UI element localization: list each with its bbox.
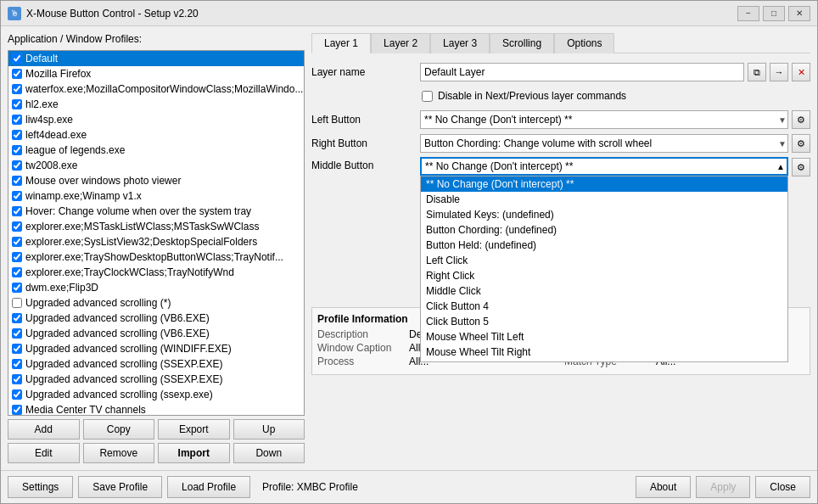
profile-item[interactable]: Mozilla Firefox (8, 66, 304, 81)
dropdown-item[interactable]: Right Click (421, 268, 787, 283)
profile-checkbox[interactable] (12, 267, 22, 277)
apply-button[interactable]: Apply (696, 476, 750, 498)
dropdown-item[interactable]: Mouse Wheel Tilt Right (421, 344, 787, 360)
minimize-button[interactable]: − (737, 6, 759, 21)
left-button-select[interactable]: ** No Change (Don't intercept) ** (420, 110, 788, 129)
profile-item[interactable]: Default (8, 51, 304, 66)
profile-item[interactable]: hl2.exe (8, 97, 304, 112)
settings-button[interactable]: Settings (8, 476, 73, 498)
dropdown-item[interactable]: Middle Click (421, 283, 787, 299)
profile-checkbox[interactable] (12, 359, 22, 369)
profile-checkbox[interactable] (12, 313, 22, 323)
dropdown-item[interactable]: Simulated Keys: (undefined) (421, 207, 787, 222)
profile-checkbox[interactable] (12, 206, 22, 216)
about-button[interactable]: About (636, 476, 691, 498)
profile-item[interactable]: league of legends.exe (8, 143, 304, 158)
layer-arrow-icon[interactable]: → (770, 63, 788, 81)
profile-checkbox[interactable] (12, 176, 22, 186)
profile-item[interactable]: explorer.exe;SysListView32;DesktopSpecia… (8, 234, 304, 249)
down-button[interactable]: Down (233, 443, 305, 463)
right-button-select[interactable]: Button Chording: Change volume with scro… (420, 134, 788, 153)
profile-checkbox[interactable] (12, 405, 22, 415)
profile-item[interactable]: Upgraded advanced scrolling (VB6.EXE) (8, 311, 304, 326)
profile-checkbox[interactable] (12, 374, 22, 384)
profile-checkbox[interactable] (12, 283, 22, 293)
profile-item-label: tw2008.exe (25, 160, 77, 171)
layer-name-row: Layer name ⧉ → ✕ (311, 62, 810, 82)
profile-checkbox[interactable] (12, 145, 22, 155)
dropdown-item[interactable]: Disable (421, 192, 787, 207)
disable-checkbox[interactable] (422, 91, 433, 102)
profile-item[interactable]: Upgraded advanced scrolling (WINDIFF.EXE… (8, 341, 304, 356)
profile-item[interactable]: liw4sp.exe (8, 112, 304, 127)
profile-checkbox[interactable] (12, 344, 22, 354)
profile-list: DefaultMozilla Firefoxwaterfox.exe;Mozil… (8, 51, 304, 416)
layer-name-input[interactable] (420, 63, 744, 81)
import-button[interactable]: Import (158, 443, 230, 463)
profile-checkbox[interactable] (12, 99, 22, 109)
profile-item[interactable]: dwm.exe;Flip3D (8, 280, 304, 295)
profile-item[interactable]: explorer.exe;TrayClockWClass;TrayNotifyW… (8, 265, 304, 280)
profile-list-container[interactable]: DefaultMozilla Firefoxwaterfox.exe;Mozil… (8, 50, 305, 416)
right-button-gear-icon[interactable]: ⚙ (792, 134, 810, 153)
profile-checkbox[interactable] (12, 191, 22, 201)
profile-checkbox[interactable] (12, 130, 22, 140)
profile-item[interactable]: Upgraded advanced scrolling (SSEXP.EXE) (8, 356, 304, 372)
profile-item[interactable]: left4dead.exe (8, 127, 304, 143)
tab-layer-3[interactable]: Layer 3 (430, 33, 490, 53)
profile-checkbox[interactable] (12, 252, 22, 262)
profile-checkbox[interactable] (12, 160, 22, 171)
layer-copy-icon[interactable]: ⧉ (748, 63, 766, 81)
dropdown-item[interactable]: Left Click (421, 253, 787, 268)
add-button[interactable]: Add (8, 419, 80, 440)
up-button[interactable]: Up (233, 419, 305, 440)
profile-checkbox[interactable] (12, 84, 22, 94)
close-button[interactable]: ✕ (788, 6, 810, 21)
profile-item[interactable]: Upgraded advanced scrolling (SSEXP.EXE) (8, 372, 304, 387)
tab-options[interactable]: Options (554, 33, 614, 53)
profile-item[interactable]: Upgraded advanced scrolling (VB6.EXE) (8, 326, 304, 341)
profile-item[interactable]: explorer.exe;TrayShowDesktopButtonWClass… (8, 249, 304, 265)
close-window-button[interactable]: Close (755, 476, 810, 498)
remove-button[interactable]: Remove (83, 443, 155, 463)
tab-scrolling[interactable]: Scrolling (490, 33, 554, 53)
profile-item[interactable]: Mouse over windows photo viewer (8, 173, 304, 188)
profile-item[interactable]: explorer.exe;MSTaskListWClass;MSTaskSwWC… (8, 219, 304, 234)
profile-item[interactable]: Media Center TV channels (8, 402, 304, 416)
dropdown-item[interactable]: Mouse Wheel Up (421, 360, 787, 362)
tab-layer-2[interactable]: Layer 2 (371, 33, 430, 53)
profile-item[interactable]: tw2008.exe (8, 158, 304, 173)
profile-item[interactable]: winamp.exe;Winamp v1.x (8, 188, 304, 204)
dropdown-item[interactable]: Button Chording: (undefined) (421, 222, 787, 238)
left-button-gear-icon[interactable]: ⚙ (792, 110, 810, 129)
middle-button-dropdown[interactable]: ** No Change (Don't intercept) ** ▲ ** N… (420, 157, 788, 176)
load-profile-button[interactable]: Load Profile (167, 476, 250, 498)
profile-checkbox[interactable] (12, 53, 22, 64)
maximize-button[interactable]: □ (763, 6, 785, 21)
profile-checkbox[interactable] (12, 115, 22, 125)
edit-button[interactable]: Edit (8, 443, 80, 463)
middle-button-selected[interactable]: ** No Change (Don't intercept) ** ▲ (420, 157, 788, 176)
profile-checkbox[interactable] (12, 328, 22, 339)
profile-checkbox[interactable] (12, 389, 22, 400)
tab-layer-1[interactable]: Layer 1 (311, 33, 371, 53)
dropdown-item[interactable]: Click Button 4 (421, 299, 787, 314)
profile-checkbox[interactable] (12, 69, 22, 79)
dropdown-item[interactable]: ** No Change (Don't intercept) ** (421, 176, 787, 192)
profile-checkbox[interactable] (12, 298, 22, 308)
profile-item[interactable]: Hover: Change volume when over the syste… (8, 204, 304, 219)
profile-item[interactable]: waterfox.exe;MozillaCompositorWindowClas… (8, 81, 304, 97)
copy-button[interactable]: Copy (83, 419, 155, 440)
profile-item[interactable]: Upgraded advanced scrolling (*) (8, 295, 304, 311)
dropdown-item[interactable]: Click Button 5 (421, 314, 787, 329)
save-profile-button[interactable]: Save Profile (78, 476, 162, 498)
middle-button-dropdown-list[interactable]: ** No Change (Don't intercept) **Disable… (420, 176, 788, 362)
profile-checkbox[interactable] (12, 237, 22, 247)
export-button[interactable]: Export (158, 419, 230, 440)
profile-item[interactable]: Upgraded advanced scrolling (ssexp.exe) (8, 387, 304, 402)
profile-checkbox[interactable] (12, 221, 22, 232)
dropdown-item[interactable]: Button Held: (undefined) (421, 238, 787, 253)
middle-button-gear-icon[interactable]: ⚙ (792, 158, 810, 176)
layer-close-icon[interactable]: ✕ (792, 63, 810, 81)
dropdown-item[interactable]: Mouse Wheel Tilt Left (421, 329, 787, 344)
